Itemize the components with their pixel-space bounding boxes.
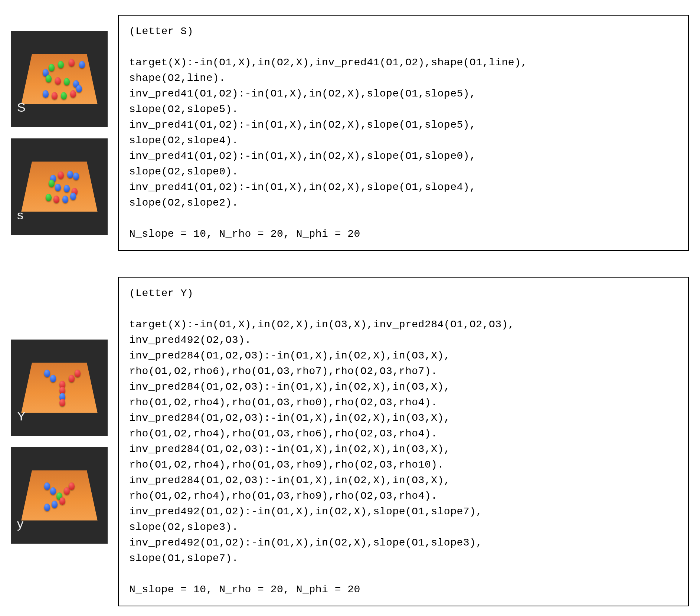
cylinder-dot <box>50 487 56 495</box>
cylinder-dot <box>59 497 65 505</box>
cylinder-dot <box>55 184 61 191</box>
cylinder-dot <box>64 487 70 495</box>
rendered-scene: S <box>11 31 108 127</box>
example-block: Ss(Letter S) target(X):-in(O1,X),in(O2,X… <box>11 15 689 251</box>
table-surface <box>21 54 97 104</box>
cylinder-dot <box>70 90 76 98</box>
cylinder-dot <box>52 92 58 99</box>
cylinder-dot <box>69 482 75 490</box>
rendered-scene: Y <box>11 340 108 436</box>
cylinder-dot <box>50 375 56 382</box>
cylinder-dot <box>43 90 49 98</box>
cylinder-dot <box>70 193 76 200</box>
table-surface <box>21 161 97 212</box>
rendered-scene: s <box>11 138 108 235</box>
cylinder-dot <box>58 171 64 179</box>
table-surface <box>21 363 97 413</box>
cylinder-dot <box>75 370 81 377</box>
cylinder-dot <box>67 171 73 178</box>
cylinder-dot <box>49 180 55 187</box>
cylinder-dot <box>44 504 50 511</box>
dots-layer <box>21 161 97 212</box>
dots-layer <box>21 54 97 104</box>
cylinder-dot <box>59 399 65 406</box>
cylinder-dot <box>53 196 59 203</box>
cylinder-dot <box>69 59 75 66</box>
cylinder-dot <box>69 375 75 382</box>
letter-label: S <box>17 100 26 115</box>
letter-label: Y <box>17 409 26 423</box>
cylinder-dot <box>64 185 70 192</box>
cylinder-dot <box>58 61 64 68</box>
cylinder-dot <box>76 85 82 92</box>
cylinder-dot <box>46 75 52 82</box>
cylinder-dot <box>61 92 67 99</box>
cylinder-dot <box>44 482 50 490</box>
dots-layer <box>21 363 97 413</box>
letter-label: y <box>17 517 23 531</box>
letter-label: s <box>17 208 23 222</box>
cylinder-dot <box>55 77 61 85</box>
code-listing: (Letter S) target(X):-in(O1,X),in(O2,X),… <box>118 15 689 251</box>
table-surface <box>21 470 97 520</box>
images-column: Ss <box>11 15 108 251</box>
cylinder-dot <box>73 173 79 180</box>
cylinder-dot <box>64 78 70 85</box>
images-column: Yy <box>11 277 108 606</box>
cylinder-dot <box>49 64 55 71</box>
cylinder-dot <box>52 501 58 508</box>
cylinder-dot <box>46 194 52 201</box>
cylinder-dot <box>62 196 68 203</box>
dots-layer <box>21 470 97 520</box>
rendered-scene: y <box>11 447 108 544</box>
code-listing: (Letter Y) target(X):-in(O1,X),in(O2,X),… <box>118 277 689 606</box>
cylinder-dot <box>79 61 85 68</box>
cylinder-dot <box>44 370 50 377</box>
example-block: Yy(Letter Y) target(X):-in(O1,X),in(O2,X… <box>11 277 689 606</box>
